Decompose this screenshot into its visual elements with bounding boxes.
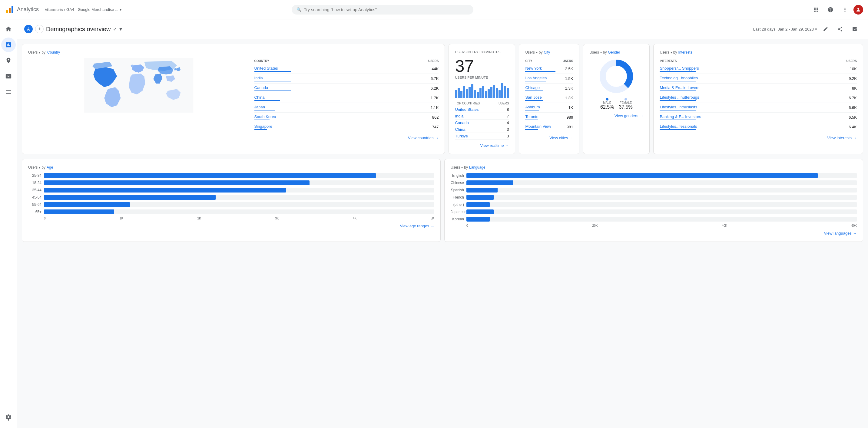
age-bar-fill: [44, 188, 286, 193]
sidebar-item-configure[interactable]: [1, 85, 16, 99]
country-name[interactable]: United States: [254, 64, 382, 74]
insights-button[interactable]: [848, 23, 861, 35]
age-bar-track: [44, 180, 434, 185]
sidebar-item-home[interactable]: [1, 22, 16, 36]
mini-bar: [507, 88, 509, 98]
view-genders-link[interactable]: View genders →: [589, 113, 643, 118]
city-metric[interactable]: Users: [525, 50, 534, 55]
city-value: 1K: [559, 103, 573, 112]
country-name[interactable]: India: [254, 74, 382, 84]
mini-bar: [466, 89, 468, 98]
language-bar-track: [466, 188, 857, 193]
age-bar-fill: [44, 173, 376, 178]
view-realtime-link[interactable]: View realtime →: [455, 143, 509, 148]
mini-bar: [460, 91, 462, 98]
country-dimension[interactable]: Country: [47, 50, 60, 55]
gender-dimension[interactable]: Gender: [608, 50, 620, 55]
list-item: Spanish: [451, 188, 857, 193]
age-dimension[interactable]: Age: [46, 165, 53, 169]
mini-bar: [485, 91, 487, 98]
gender-donut-chart: [598, 58, 634, 94]
page-chevron-icon[interactable]: ▾: [119, 26, 122, 32]
city-name[interactable]: Mountain View: [525, 122, 559, 132]
settings-button[interactable]: [2, 411, 14, 423]
interest-name[interactable]: Shoppers/... Shoppers: [660, 64, 817, 74]
help-button[interactable]: [825, 4, 837, 16]
interest-name[interactable]: Media & En...ie Lovers: [660, 84, 817, 93]
axis-label: 20K: [592, 224, 598, 227]
city-name[interactable]: Toronto: [525, 112, 559, 122]
interest-name[interactable]: Banking & F... Investors: [660, 112, 817, 122]
top-country-name[interactable]: Türkiye: [455, 134, 468, 138]
add-page-button[interactable]: +: [35, 25, 43, 33]
date-range-selector[interactable]: Jan 2 - Jan 29, 2023 ▾: [778, 27, 817, 31]
city-card: Users ▾ by City CITY USERS N: [519, 44, 579, 154]
age-card-title: Users ▾ by Age: [28, 165, 434, 169]
interest-name[interactable]: Lifestyles ...hutterbugs: [660, 93, 817, 103]
interests-dimension[interactable]: Interests: [678, 50, 692, 55]
interest-name[interactable]: Technolog...hnophiles: [660, 74, 817, 84]
view-interests-link[interactable]: View interests →: [660, 136, 857, 140]
interest-name[interactable]: Lifestyles...nthusiasts: [660, 103, 817, 112]
axis-label: 1K: [120, 217, 123, 220]
view-countries-link[interactable]: View countries →: [254, 136, 439, 140]
interest-name[interactable]: Lifestyles...fessionals: [660, 122, 817, 132]
age-metric[interactable]: Users: [28, 165, 37, 169]
city-name[interactable]: Chicago: [525, 84, 559, 93]
view-age-link[interactable]: View age ranges →: [28, 224, 434, 228]
list-item: 18-24: [28, 180, 434, 185]
user-avatar[interactable]: [854, 5, 863, 14]
top-nav: Analytics All accounts › GA4 - Google Me…: [0, 0, 868, 20]
country-name[interactable]: South Korea: [254, 112, 382, 122]
city-name[interactable]: San Jose: [525, 93, 559, 103]
axis-label: 2K: [197, 217, 201, 220]
view-cities-link[interactable]: View cities →: [525, 136, 573, 140]
share-button[interactable]: [834, 23, 846, 35]
apps-button[interactable]: [810, 4, 822, 16]
city-value: 1.5K: [559, 74, 573, 84]
city-dimension[interactable]: City: [544, 50, 550, 55]
age-label: 25-34: [28, 173, 41, 178]
country-name[interactable]: Singapore: [254, 122, 382, 132]
country-name[interactable]: China: [254, 93, 382, 103]
view-age-arrow-icon: →: [430, 224, 434, 228]
interests-metric[interactable]: Users: [660, 50, 669, 55]
table-row: India 6.7K: [254, 74, 439, 84]
top-country-name[interactable]: United States: [455, 107, 478, 112]
gender-card-title: Users ▾ by Gender: [589, 50, 643, 55]
language-dimension[interactable]: Language: [469, 165, 485, 169]
more-button[interactable]: [839, 4, 851, 16]
sidebar-item-advertising[interactable]: [1, 69, 16, 84]
sidebar-item-reports[interactable]: [1, 37, 16, 52]
country-metric[interactable]: Users: [28, 50, 37, 55]
top-country-name[interactable]: India: [455, 114, 463, 118]
sidebar-item-explore[interactable]: [1, 53, 16, 68]
breadcrumb-sep: ›: [64, 8, 65, 11]
top-country-name[interactable]: China: [455, 127, 465, 132]
city-name[interactable]: Los Angeles: [525, 74, 559, 84]
interests-card-title: Users ▾ by Interests: [660, 50, 857, 55]
search-input[interactable]: [304, 7, 468, 12]
list-item: Korean: [451, 217, 857, 222]
view-language-link[interactable]: View languages →: [451, 231, 857, 235]
search-bar[interactable]: 🔍: [292, 5, 473, 14]
gender-metric[interactable]: Users: [589, 50, 599, 55]
realtime-card-title: USERS IN LAST 30 MINUTES: [455, 50, 509, 54]
users-col-header: USERS: [382, 58, 438, 64]
country-name[interactable]: Canada: [254, 84, 382, 93]
view-genders-text: View genders: [615, 113, 639, 118]
language-bar-fill: [466, 195, 494, 200]
top-country-name[interactable]: Canada: [455, 121, 469, 125]
country-name[interactable]: Japan: [254, 103, 382, 112]
city-name[interactable]: New York: [525, 64, 559, 74]
list-item: Chinese: [451, 180, 857, 185]
account-selector[interactable]: All accounts › GA4 - Google Merchandise …: [45, 7, 122, 12]
list-item: China3: [455, 126, 509, 133]
view-language-text: View languages: [824, 231, 851, 235]
city-name[interactable]: Ashburn: [525, 103, 559, 112]
language-metric[interactable]: Users: [451, 165, 460, 169]
table-row: Technolog...hnophiles 9.2K: [660, 74, 857, 84]
edit-dashboard-button[interactable]: [819, 23, 832, 35]
country-card-inner: COUNTRY USERS United States 44K India 6.…: [28, 58, 438, 140]
interest-value: 6.4K: [817, 122, 857, 132]
